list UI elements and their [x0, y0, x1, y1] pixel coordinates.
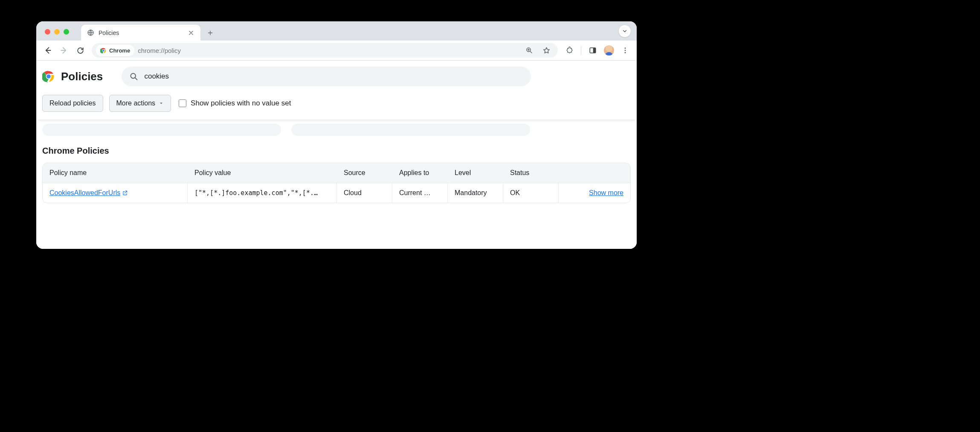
puzzle-icon [565, 47, 574, 55]
browser-toolbar: Chrome chrome://policy [36, 41, 637, 61]
show-no-value-toggle[interactable]: Show policies with no value set [179, 99, 291, 108]
zoom-button[interactable] [522, 43, 536, 58]
status-cards-row [36, 120, 637, 136]
new-tab-button[interactable] [204, 26, 217, 39]
site-chip[interactable]: Chrome [96, 45, 134, 56]
external-link-icon [122, 190, 128, 196]
arrow-left-icon [43, 46, 52, 55]
cell-level: Mandatory [448, 183, 503, 203]
titlebar: Policies [36, 21, 637, 41]
browser-tab[interactable]: Policies [81, 25, 200, 41]
svg-point-7 [625, 47, 626, 49]
policy-name-text: CookiesAllowedForUrls [49, 189, 120, 197]
globe-icon [87, 29, 94, 36]
minimize-window-button[interactable] [54, 29, 60, 35]
maximize-window-button[interactable] [64, 29, 69, 35]
col-level: Level [448, 163, 503, 183]
url-text: chrome://policy [138, 47, 181, 54]
search-icon [129, 72, 138, 81]
tab-title: Policies [99, 29, 119, 36]
table-header-row: Policy name Policy value Source Applies … [43, 163, 630, 183]
back-button[interactable] [41, 43, 55, 58]
show-more-link[interactable]: Show more [589, 189, 623, 196]
col-actions [559, 163, 630, 183]
status-card [291, 124, 530, 136]
star-icon [542, 47, 551, 55]
tabs-dropdown-button[interactable] [619, 25, 631, 37]
window-controls [45, 29, 69, 35]
col-source: Source [337, 163, 392, 183]
page-content: Policies Reload policies More actions Sh… [36, 61, 637, 249]
cell-source: Cloud [337, 183, 392, 203]
show-no-value-label: Show policies with no value set [191, 99, 291, 108]
table-row: CookiesAllowedForUrls ["*,[*.]foo.exampl… [43, 183, 630, 203]
svg-point-9 [625, 52, 626, 53]
policy-name-link[interactable]: CookiesAllowedForUrls [49, 189, 128, 197]
svg-point-8 [625, 50, 626, 51]
more-actions-label: More actions [116, 99, 156, 107]
reload-icon [76, 47, 84, 55]
reload-policies-button[interactable]: Reload policies [42, 95, 103, 112]
toolbar-separator [581, 46, 581, 55]
zoom-icon [525, 47, 533, 54]
avatar-icon [604, 45, 614, 55]
reload-button[interactable] [73, 43, 87, 58]
show-no-value-checkbox[interactable] [179, 99, 186, 107]
kebab-icon [621, 47, 629, 54]
cell-applies-to: Current … [392, 183, 448, 203]
site-chip-label: Chrome [109, 47, 130, 54]
col-policy-name: Policy name [43, 163, 188, 183]
cell-policy-value: ["*,[*.]foo.example.com","*,[*.… [188, 183, 337, 203]
extensions-button[interactable] [562, 43, 577, 58]
close-window-button[interactable] [45, 29, 50, 35]
caret-down-icon [159, 101, 164, 106]
svg-rect-6 [593, 48, 596, 53]
chevron-down-icon [622, 28, 628, 34]
more-actions-button[interactable]: More actions [109, 95, 171, 112]
cell-status: OK [503, 183, 559, 203]
policy-search-box[interactable] [122, 67, 531, 86]
page-header: Policies [36, 61, 637, 89]
col-status: Status [503, 163, 559, 183]
policy-search-input[interactable] [144, 72, 523, 81]
page-title: Policies [61, 70, 103, 83]
col-policy-value: Policy value [188, 163, 337, 183]
close-tab-icon[interactable] [188, 29, 194, 36]
bookmark-button[interactable] [539, 43, 554, 58]
chrome-logo-icon [42, 70, 55, 83]
action-row: Reload policies More actions Show polici… [36, 89, 637, 120]
panel-icon [589, 47, 597, 54]
cell-policy-name: CookiesAllowedForUrls [43, 183, 188, 203]
reload-policies-label: Reload policies [49, 99, 96, 107]
col-applies-to: Applies to [392, 163, 448, 183]
section-title: Chrome Policies [36, 136, 637, 160]
side-panel-button[interactable] [586, 43, 600, 58]
browser-window: Policies [36, 21, 637, 249]
arrow-right-icon [60, 46, 68, 55]
address-bar[interactable]: Chrome chrome://policy [92, 43, 558, 58]
app-menu-button[interactable] [618, 43, 632, 58]
profile-button[interactable] [602, 43, 616, 58]
plus-icon [207, 29, 214, 36]
status-card [42, 124, 281, 136]
policy-table: Policy name Policy value Source Applies … [42, 163, 631, 203]
forward-button[interactable] [57, 43, 71, 58]
cell-actions: Show more [559, 183, 630, 203]
chrome-icon [100, 47, 107, 54]
svg-point-13 [131, 73, 136, 78]
